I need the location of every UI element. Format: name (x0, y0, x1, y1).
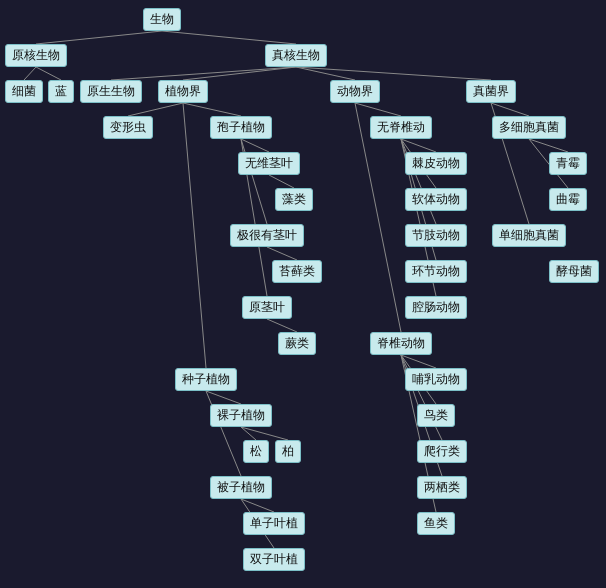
svg-line-7 (296, 67, 491, 80)
svg-line-12 (241, 139, 269, 152)
node-liangqilei: 两栖类 (417, 476, 467, 499)
node-taoxianlei: 苔藓类 (272, 260, 322, 283)
node-zhongzizhi: 种子植物 (175, 368, 237, 391)
node-bai: 柏 (275, 440, 301, 463)
node-jiezhidongwu: 节肢动物 (405, 224, 467, 247)
node-huanjiedongwu: 环节动物 (405, 260, 467, 283)
node-qiangjiedongwu: 腔肠动物 (405, 296, 467, 319)
svg-line-5 (183, 67, 296, 80)
node-baozizhi: 孢子植物 (210, 116, 272, 139)
node-duoxibaozhenjun: 多细胞真菌 (492, 116, 566, 139)
node-paxinglei: 爬行类 (417, 440, 467, 463)
node-luozizhi: 裸子植物 (210, 404, 272, 427)
node-niaolei: 鸟类 (417, 404, 455, 427)
svg-line-14 (529, 139, 568, 152)
node-jijinyoujingmai: 极很有茎叶 (230, 224, 304, 247)
svg-line-21 (267, 247, 297, 260)
svg-line-27 (183, 103, 206, 368)
node-danxibaozhenjun: 单细胞真菌 (492, 224, 566, 247)
svg-line-25 (267, 319, 297, 332)
svg-line-10 (355, 103, 401, 116)
svg-line-15 (269, 175, 294, 188)
svg-line-32 (241, 427, 288, 440)
node-bianxingchong: 变形虫 (103, 116, 153, 139)
node-lan: 蓝 (48, 80, 74, 103)
node-yuanhe: 原核生物 (5, 44, 67, 67)
node-zhiwujie: 植物界 (158, 80, 208, 103)
node-yulei: 鱼类 (417, 512, 455, 535)
svg-line-4 (111, 67, 296, 80)
node-wujizhuizhidong: 无脊椎动 (370, 116, 432, 139)
node-song: 松 (243, 440, 269, 463)
svg-line-28 (401, 355, 436, 368)
node-juelei: 蕨类 (278, 332, 316, 355)
node-qumei: 曲霉 (549, 188, 587, 211)
svg-line-3 (36, 67, 61, 80)
svg-line-11 (491, 103, 529, 116)
node-zhenhe: 真核生物 (265, 44, 327, 67)
node-danziyezhi: 单子叶植 (243, 512, 305, 535)
node-ruantidongwu: 软体动物 (405, 188, 467, 211)
node-wuweijingmai: 无维茎叶 (238, 152, 300, 175)
node-yuanhe2: 原生生物 (80, 80, 142, 103)
svg-line-13 (401, 139, 436, 152)
svg-line-0 (36, 31, 162, 44)
node-shengwu: 生物 (143, 8, 181, 31)
node-xijun: 细菌 (5, 80, 43, 103)
node-qingmei: 青霉 (549, 152, 587, 175)
svg-line-8 (128, 103, 183, 116)
node-puruzhdong: 哺乳动物 (405, 368, 467, 391)
node-yuanjingmai: 原茎叶 (242, 296, 292, 319)
node-jiaomujun: 酵母菌 (549, 260, 599, 283)
svg-line-29 (206, 391, 241, 404)
node-zhenjunjie: 真菌界 (466, 80, 516, 103)
svg-line-2 (24, 67, 36, 80)
node-zaolei: 藻类 (275, 188, 313, 211)
svg-line-1 (162, 31, 296, 44)
svg-line-31 (241, 427, 256, 440)
node-shuangziyezhi: 双子叶植 (243, 548, 305, 571)
node-beizizhi: 被子植物 (210, 476, 272, 499)
node-jizhuizhidong: 脊椎动物 (370, 332, 432, 355)
svg-line-6 (296, 67, 355, 80)
svg-line-36 (241, 499, 274, 512)
svg-line-9 (183, 103, 241, 116)
node-jipidongwu: 棘皮动物 (405, 152, 467, 175)
node-dongwujie: 动物界 (330, 80, 380, 103)
